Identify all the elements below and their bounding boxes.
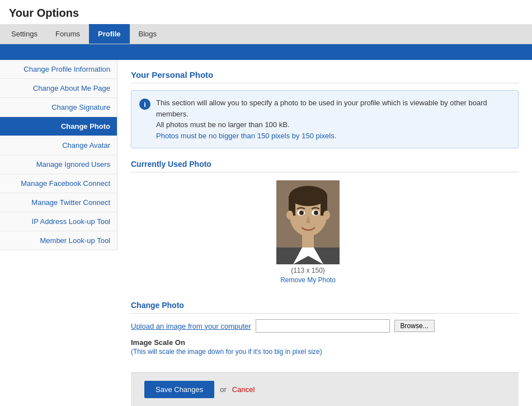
page-title: Your Options xyxy=(0,0,532,24)
svg-point-6 xyxy=(323,211,330,220)
svg-rect-11 xyxy=(302,235,314,249)
sidebar-item-manage-ignored-users[interactable]: Manage Ignored Users xyxy=(0,155,117,174)
change-photo-section-title: Change Photo xyxy=(131,301,519,314)
sidebar-item-manage-twitter[interactable]: Manage Twitter Connect xyxy=(0,193,117,212)
personal-photo-title: Your Personal Photo xyxy=(131,70,519,83)
tab-profile[interactable]: Profile xyxy=(89,24,129,44)
footer-bar: Save Changes or Cancel xyxy=(131,372,519,406)
sidebar-item-change-profile-info[interactable]: Change Profile Information xyxy=(0,60,117,79)
upload-file-input[interactable] xyxy=(256,319,390,333)
sidebar-item-manage-facebook[interactable]: Manage Facebook Connect xyxy=(0,174,117,193)
info-line2: All photos must be no larger than 100 kB… xyxy=(156,120,289,129)
upload-label: Upload an image from your computer xyxy=(131,322,251,330)
tab-blogs[interactable]: Blogs xyxy=(130,24,166,44)
sidebar-item-change-signature[interactable]: Change Signature xyxy=(0,98,117,117)
upload-row: Upload an image from your computer Brows… xyxy=(131,319,519,333)
blue-stripe xyxy=(0,44,532,60)
photo-container: (113 x 150) Remove My Photo xyxy=(276,180,340,284)
main-layout: Change Profile Information Change About … xyxy=(0,60,532,406)
svg-point-5 xyxy=(286,211,293,220)
currently-used-photo-title: Currently Used Photo xyxy=(131,160,519,172)
profile-photo xyxy=(276,180,340,264)
tab-bar: Settings Forums Profile Blogs xyxy=(0,24,532,44)
sidebar-item-change-photo[interactable]: Change Photo xyxy=(0,117,117,136)
info-line1: This section will allow you to specify a… xyxy=(156,99,487,118)
sidebar-item-change-avatar[interactable]: Change Avatar xyxy=(0,136,117,155)
info-text: This section will allow you to specify a… xyxy=(156,97,510,141)
sidebar-item-member-lookup[interactable]: Member Look-up Tool xyxy=(0,231,117,250)
sidebar-item-ip-lookup[interactable]: IP Address Look-up Tool xyxy=(0,212,117,231)
info-line3: Photos must be no bigger than 150 pixels… xyxy=(156,132,336,140)
tab-settings[interactable]: Settings xyxy=(2,24,46,44)
photo-dimensions: (113 x 150) xyxy=(276,267,340,274)
save-changes-button[interactable]: Save Changes xyxy=(144,381,214,398)
image-scale-note: (This will scale the image down for you … xyxy=(131,348,519,356)
svg-point-10 xyxy=(314,211,318,215)
cancel-link[interactable]: Cancel xyxy=(232,385,255,394)
content-area: Your Personal Photo i This section will … xyxy=(117,60,532,406)
tab-forums[interactable]: Forums xyxy=(46,24,89,44)
or-text: or xyxy=(220,385,227,394)
remove-photo-link[interactable]: Remove My Photo xyxy=(280,276,336,284)
image-scale-label: Image Scale On xyxy=(131,338,519,347)
svg-point-9 xyxy=(299,211,304,215)
sidebar: Change Profile Information Change About … xyxy=(0,60,117,250)
sidebar-item-change-about-me[interactable]: Change About Me Page xyxy=(0,79,117,98)
change-photo-section: Change Photo Upload an image from your c… xyxy=(131,301,519,356)
browse-button[interactable]: Browse... xyxy=(394,320,435,332)
info-box: i This section will allow you to specify… xyxy=(131,90,519,148)
info-icon: i xyxy=(139,99,150,110)
